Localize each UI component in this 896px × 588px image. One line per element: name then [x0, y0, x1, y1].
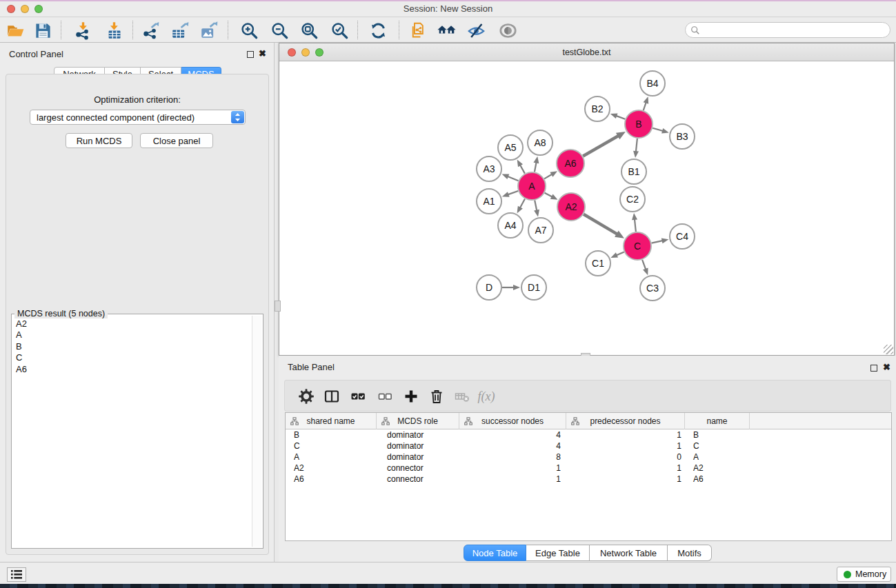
graph-node-A2[interactable]: A2: [557, 193, 585, 221]
table-row[interactable]: Cdominator41C: [286, 440, 891, 452]
zoom-selected-button[interactable]: [328, 20, 351, 41]
table-row[interactable]: Adominator80A: [286, 452, 891, 463]
graph-node-A4[interactable]: A4: [498, 213, 523, 238]
close-table-panel-icon[interactable]: ✖: [883, 363, 890, 372]
show-panels-menu-button[interactable]: [7, 567, 26, 582]
show-column-button[interactable]: [321, 386, 343, 407]
graph-edge-B-B2[interactable]: [610, 114, 626, 119]
import-network-button[interactable]: [71, 20, 94, 41]
graph-node-A7[interactable]: A7: [528, 218, 553, 243]
export-image-button[interactable]: [197, 20, 221, 41]
zoom-out-button[interactable]: [268, 20, 291, 41]
graph-node-C1[interactable]: C1: [586, 251, 610, 276]
graph-node-A1[interactable]: A1: [477, 189, 501, 214]
deselect-all-columns-button[interactable]: [374, 386, 396, 407]
graph-node-B3[interactable]: B3: [670, 124, 695, 149]
graph-edge-A-A6[interactable]: [544, 171, 557, 179]
optimization-criterion-select[interactable]: largest connected component (directed): [30, 110, 246, 125]
graph-edge-A-A2[interactable]: [545, 193, 558, 200]
graph-edge-C-C4[interactable]: [652, 238, 669, 243]
column-header-successor-nodes[interactable]: successor nodes: [459, 413, 566, 429]
graph-node-B1[interactable]: B1: [621, 159, 646, 184]
table-settings-button[interactable]: [295, 386, 317, 407]
column-header-mcds-role[interactable]: MCDS role: [377, 413, 459, 429]
graph-edge-A-A3[interactable]: [502, 174, 519, 181]
tab-node-table[interactable]: Node Table: [464, 545, 526, 561]
first-neighbors-button[interactable]: [435, 20, 458, 41]
graph-node-C2[interactable]: C2: [620, 187, 645, 212]
tab-edge-table[interactable]: Edge Table: [526, 545, 590, 561]
mcds-result-item[interactable]: A2: [13, 318, 251, 330]
column-header-predecessor-nodes[interactable]: predecessor nodes: [566, 413, 685, 429]
result-scrollbar[interactable]: [252, 316, 261, 547]
graph-edge-B-B4[interactable]: [644, 97, 649, 110]
network-canvas[interactable]: AA1A2A3A4A5A6A7A8BB1B2B3B4CC1C2C3C4DD1: [279, 61, 894, 355]
graph-edge-A6-B[interactable]: [583, 132, 626, 156]
column-header-shared-name[interactable]: shared name: [286, 413, 377, 429]
memory-button[interactable]: Memory: [837, 567, 891, 582]
graph-edge-A-A1[interactable]: [502, 191, 518, 197]
save-session-button[interactable]: [31, 20, 54, 41]
export-table-button[interactable]: [168, 20, 192, 41]
graph-node-A8[interactable]: A8: [528, 130, 552, 155]
tab-motifs[interactable]: Motifs: [668, 545, 712, 561]
function-builder-button[interactable]: f(x): [475, 386, 497, 407]
graph-edge-A-A8[interactable]: [533, 156, 539, 172]
graph-node-A3[interactable]: A3: [477, 156, 501, 181]
apply-layout-button[interactable]: [366, 20, 390, 41]
export-network-button[interactable]: [139, 20, 162, 41]
zoom-in-button[interactable]: [237, 20, 261, 41]
optimization-criterion-value: largest connected component (directed): [37, 112, 195, 123]
graph-edge-A2-C[interactable]: [584, 214, 624, 239]
graph-edge-D-D1[interactable]: [502, 285, 520, 290]
mcds-result-list: A2ABCA6: [13, 318, 251, 547]
graph-node-D[interactable]: D: [477, 275, 501, 300]
graph-edge-B-B1[interactable]: [633, 139, 639, 158]
graph-edge-B-B3[interactable]: [653, 128, 669, 134]
close-panel-button[interactable]: Close panel: [140, 133, 213, 148]
graph-edge-A-A4[interactable]: [517, 199, 525, 213]
mcds-result-item[interactable]: A: [13, 330, 251, 341]
show-graphics-details-button[interactable]: [496, 20, 519, 41]
graph-node-B4[interactable]: B4: [640, 71, 665, 96]
graph-edge-C-C2[interactable]: [632, 213, 637, 232]
run-mcds-button[interactable]: Run MCDS: [66, 133, 132, 148]
graph-node-B2[interactable]: B2: [585, 97, 610, 121]
graph-node-A6[interactable]: A6: [557, 150, 584, 177]
hide-annotations-button[interactable]: [464, 20, 488, 41]
column-header-name[interactable]: name: [685, 413, 750, 429]
new-network-from-selection-button[interactable]: [406, 20, 429, 41]
graph-edge-A-A5[interactable]: [517, 159, 525, 173]
mcds-result-item[interactable]: B: [13, 341, 251, 352]
graph-node-A5[interactable]: A5: [498, 135, 523, 160]
select-all-columns-button[interactable]: [347, 386, 369, 407]
mcds-result-item[interactable]: A6: [13, 364, 251, 375]
graph-edge-C-C1[interactable]: [610, 252, 624, 258]
search-input[interactable]: [703, 23, 886, 37]
table-row[interactable]: Bdominator41B: [286, 429, 891, 440]
float-panel-icon[interactable]: [247, 51, 254, 58]
graph-edge-A-A7[interactable]: [534, 201, 539, 217]
create-column-button[interactable]: [400, 386, 422, 407]
graph-edge-C-C3[interactable]: [642, 260, 648, 275]
import-table-button[interactable]: [102, 20, 126, 41]
delete-columns-button[interactable]: [426, 386, 448, 407]
table-row[interactable]: A2connector11A2: [286, 463, 891, 474]
delete-table-button[interactable]: [451, 386, 473, 407]
graph-node-A[interactable]: A: [518, 172, 546, 200]
splitter-handle-left[interactable]: [275, 301, 281, 312]
close-panel-icon[interactable]: ✖: [259, 50, 266, 58]
search-icon: [690, 26, 700, 35]
mcds-result-item[interactable]: C: [13, 352, 251, 363]
zoom-fit-button[interactable]: [297, 20, 321, 41]
table-row[interactable]: A6connector11A6: [286, 474, 891, 485]
graph-node-B[interactable]: B: [625, 110, 653, 138]
float-table-panel-icon[interactable]: [870, 365, 877, 372]
graph-node-C4[interactable]: C4: [670, 224, 695, 249]
tab-network-table[interactable]: Network Table: [590, 545, 668, 561]
graph-node-C3[interactable]: C3: [640, 276, 665, 301]
open-file-button[interactable]: [3, 20, 27, 41]
graph-node-D1[interactable]: D1: [521, 275, 546, 300]
window-resize-grip[interactable]: [884, 345, 893, 354]
graph-node-C[interactable]: C: [624, 232, 651, 260]
